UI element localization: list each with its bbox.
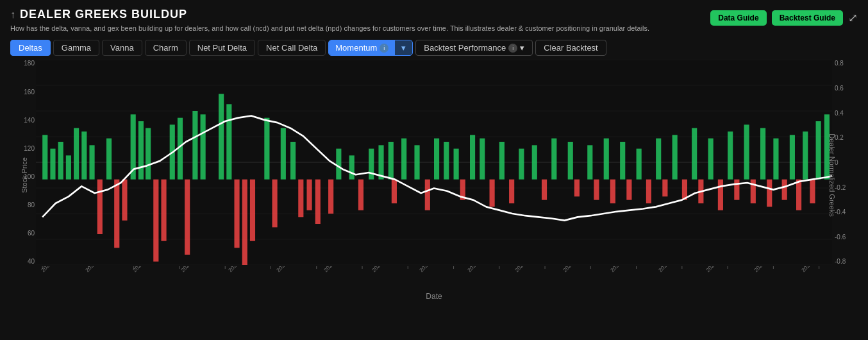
momentum-info-icon[interactable]: i [380,44,388,53]
tab-bar: Deltas Gamma Vanna Charm Net Put Delta N… [0,36,868,60]
svg-rect-69 [234,180,239,248]
svg-rect-46 [568,142,573,180]
svg-rect-86 [610,180,615,203]
svg-rect-74 [306,180,312,210]
y-axis-right-label: Dealer Normalized Greeks [828,130,836,220]
svg-rect-49 [620,142,625,180]
svg-rect-12 [58,142,63,180]
main-chart-svg [36,60,832,265]
svg-rect-72 [272,180,278,228]
backtest-guide-button[interactable]: Backtest Guide [772,10,843,26]
backtest-info-icon: i [508,44,517,53]
svg-rect-93 [734,180,739,200]
svg-rect-10 [42,135,47,180]
svg-rect-34 [388,142,394,180]
svg-rect-39 [454,149,459,180]
svg-rect-97 [796,180,801,210]
svg-rect-64 [114,180,119,248]
svg-rect-75 [315,180,321,224]
svg-rect-35 [401,139,406,180]
tab-net-put-delta[interactable]: Net Put Delta [189,40,255,56]
svg-rect-84 [574,180,580,197]
svg-rect-45 [551,139,556,180]
title-arrow-icon: ↑ [10,9,16,21]
svg-rect-89 [662,180,667,197]
svg-rect-16 [89,146,94,180]
svg-rect-61 [816,121,821,180]
svg-rect-54 [708,139,714,180]
backtest-dropdown-icon: ▾ [520,43,524,53]
svg-rect-83 [542,180,547,200]
svg-rect-88 [646,180,651,203]
svg-rect-73 [298,180,303,217]
svg-rect-79 [425,180,430,210]
page-title: ↑ DEALER GREEKS BUILDUP [10,8,710,21]
svg-rect-56 [744,125,749,180]
svg-rect-43 [519,149,524,180]
header-actions: Data Guide Backtest Guide ⤢ [710,8,858,26]
svg-rect-92 [718,180,723,210]
tab-charm[interactable]: Charm [145,40,187,56]
svg-rect-28 [281,128,286,180]
svg-rect-26 [226,105,231,180]
clear-backtest-button[interactable]: Clear Backtest [535,40,606,56]
tab-vanna[interactable]: Vanna [102,40,142,56]
svg-rect-70 [242,180,247,265]
svg-rect-55 [728,132,733,180]
svg-rect-36 [414,146,419,180]
svg-rect-38 [444,142,449,180]
tab-gamma[interactable]: Gamma [53,40,99,56]
svg-rect-27 [264,118,269,180]
svg-rect-44 [532,146,537,180]
svg-rect-32 [369,149,374,180]
subtitle: How has the delta, vanna, and gex been b… [10,24,710,33]
svg-rect-77 [358,180,363,210]
svg-rect-96 [782,180,787,200]
svg-rect-29 [290,142,296,180]
svg-rect-30 [336,149,341,180]
svg-rect-87 [626,180,631,200]
svg-rect-40 [470,135,475,180]
data-guide-button[interactable]: Data Guide [710,10,766,26]
svg-rect-42 [499,142,505,180]
momentum-dropdown-button[interactable]: ▾ [395,40,412,55]
svg-rect-68 [185,180,190,255]
svg-rect-85 [594,180,599,200]
header: ↑ DEALER GREEKS BUILDUP How has the delt… [0,0,868,36]
svg-rect-48 [604,139,609,180]
svg-rect-17 [106,139,112,180]
svg-rect-14 [74,128,79,180]
svg-rect-95 [767,180,772,207]
tab-deltas[interactable]: Deltas [10,40,51,56]
svg-rect-13 [66,156,71,180]
momentum-tab-group: Momentum i ▾ [328,40,413,56]
svg-rect-65 [122,180,127,221]
svg-rect-78 [392,180,397,203]
y-axis-left: 180 160 140 120 100 80 60 40 [15,60,35,265]
svg-rect-71 [250,180,255,241]
svg-rect-37 [434,139,439,180]
svg-rect-60 [803,132,808,180]
svg-rect-19 [138,121,144,180]
svg-rect-47 [587,146,592,180]
x-axis: 2021-07-02 2021-07-19 2021-08-16 2021-09… [36,266,832,291]
svg-rect-98 [810,180,815,203]
backtest-label: Backtest Performance [424,43,506,53]
tab-net-call-delta[interactable]: Net Call Delta [258,40,326,56]
svg-rect-63 [97,180,103,234]
svg-rect-20 [146,128,151,180]
svg-rect-41 [480,139,485,180]
svg-rect-50 [637,149,642,180]
expand-button[interactable]: ⤢ [848,11,858,25]
svg-rect-11 [50,149,55,180]
svg-rect-57 [760,128,765,180]
momentum-label: Momentum [335,43,377,53]
tab-momentum[interactable]: Momentum i [329,40,395,55]
svg-rect-31 [349,156,355,180]
svg-rect-24 [201,115,206,180]
header-left: ↑ DEALER GREEKS BUILDUP How has the delt… [10,8,710,33]
svg-rect-94 [751,180,756,203]
svg-rect-33 [378,146,383,180]
backtest-performance-button[interactable]: Backtest Performance i ▾ [415,40,533,56]
svg-rect-23 [192,111,197,180]
